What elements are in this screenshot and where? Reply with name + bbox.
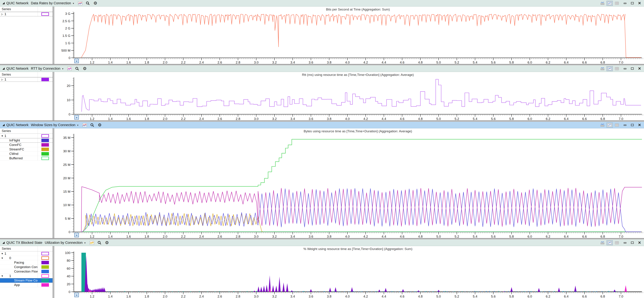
maximize-panel-button[interactable]: [629, 240, 636, 245]
view-chart-only-button[interactable]: [606, 1, 613, 6]
gear-icon[interactable]: ⚙: [82, 66, 88, 71]
expander-down-icon[interactable]: ▼: [0, 257, 4, 259]
search-icon[interactable]: [90, 122, 95, 128]
panel-splitter[interactable]: [0, 64, 644, 65]
gear-icon[interactable]: ⚙: [92, 1, 98, 6]
expander-down-icon[interactable]: ▼: [0, 275, 4, 277]
legend-splitter[interactable]: [52, 128, 54, 238]
legend-row-streamfc[interactable]: StreamFC: [0, 147, 52, 152]
svg-text:5.4: 5.4: [473, 294, 478, 298]
view-chart-only-button[interactable]: [606, 123, 613, 127]
legend-row-1[interactable]: ▼1: [0, 274, 52, 278]
expand-axis-button[interactable]: »: [74, 293, 79, 297]
view-table-only-button[interactable]: [614, 240, 620, 245]
svg-text:7.0: 7.0: [619, 61, 623, 64]
expander-down-icon[interactable]: ▼: [0, 252, 4, 255]
search-icon[interactable]: [85, 1, 90, 6]
legend-row-inflight[interactable]: InFlight: [0, 138, 52, 143]
legend-row-bufferred[interactable]: Bufferred: [0, 156, 52, 161]
view-chart-and-table-button[interactable]: [599, 66, 606, 71]
chart-svg[interactable]: 0500 M1 G1.5 G2 G2.5 G3 G1.21.41.61.82.0…: [54, 11, 644, 64]
minimize-panel-button[interactable]: [622, 123, 628, 127]
chart-thumbnail-icon[interactable]: [82, 122, 88, 128]
panel-header: QUIC Network Data Rates by Connection ▼ …: [0, 0, 644, 7]
search-icon[interactable]: [97, 240, 102, 245]
view-preset-dropdown[interactable]: Utilization by Connection: [45, 241, 82, 245]
legend-row-pacing[interactable]: Pacing: [0, 260, 52, 265]
chart-canvas[interactable]: 010201.21.41.61.82.02.22.42.62.83.03.23.…: [54, 76, 644, 120]
svg-text:40: 40: [67, 274, 70, 278]
minimize-panel-button[interactable]: [622, 240, 628, 245]
maximize-panel-button[interactable]: [629, 1, 636, 6]
legend-row-stream-flow-control[interactable]: Stream Flow Control: [0, 278, 52, 283]
expander-right-icon[interactable]: ▷: [0, 78, 4, 81]
chevron-down-icon[interactable]: ▼: [84, 242, 86, 244]
view-preset-dropdown[interactable]: Window Sizes by Connection: [31, 123, 76, 127]
minimize-panel-button[interactable]: [622, 66, 628, 71]
legend-splitter[interactable]: [52, 246, 54, 298]
svg-text:5.6: 5.6: [491, 294, 496, 298]
chevron-down-icon[interactable]: ▼: [72, 2, 74, 5]
svg-text:2.2: 2.2: [181, 117, 186, 120]
maximize-panel-button[interactable]: [629, 66, 636, 71]
legend-column-header[interactable]: Series: [0, 246, 52, 251]
chart-svg[interactable]: 0204060801001.21.41.61.82.02.22.42.62.83…: [54, 250, 644, 298]
chart-thumbnail-icon[interactable]: [78, 1, 83, 6]
panel-splitter[interactable]: [0, 238, 644, 239]
close-panel-button[interactable]: ✕: [636, 240, 643, 245]
view-chart-and-table-button[interactable]: [599, 123, 606, 127]
close-panel-button[interactable]: ✕: [636, 66, 643, 71]
legend-column-header[interactable]: Series: [0, 128, 52, 134]
expand-axis-button[interactable]: »: [74, 115, 79, 120]
legend-row-connfc[interactable]: ConnFC: [0, 143, 52, 147]
collapse-panel-icon[interactable]: [2, 67, 5, 70]
expand-axis-button[interactable]: »: [74, 59, 79, 63]
maximize-panel-button[interactable]: [629, 123, 636, 127]
legend-splitter[interactable]: [52, 72, 54, 120]
close-panel-button[interactable]: ✕: [636, 123, 643, 127]
chevron-down-icon[interactable]: ▼: [62, 68, 64, 70]
view-table-only-button[interactable]: [614, 66, 620, 71]
collapse-panel-icon[interactable]: [2, 242, 5, 244]
legend-row-1[interactable]: ▷1: [0, 12, 52, 16]
expander-right-icon[interactable]: ▷: [0, 13, 4, 16]
svg-text:0: 0: [68, 230, 70, 234]
legend-row-1[interactable]: ▼1: [0, 251, 52, 256]
legend-splitter[interactable]: [52, 7, 54, 64]
gear-icon[interactable]: ⚙: [97, 122, 102, 128]
collapse-panel-icon[interactable]: [2, 2, 5, 4]
chart-thumbnail-icon[interactable]: [89, 240, 95, 245]
chevron-down-icon[interactable]: ▼: [77, 124, 79, 126]
close-panel-button[interactable]: ✕: [636, 1, 643, 6]
legend-row-connection-flow-co-[interactable]: Connection Flow Co...: [0, 269, 52, 274]
view-chart-and-table-button[interactable]: [599, 240, 606, 245]
chart-canvas[interactable]: 0500 M1 G1.5 G2 G2.5 G3 G1.21.41.61.82.0…: [54, 11, 644, 64]
legend-column-header[interactable]: Series: [0, 72, 52, 77]
chart-canvas[interactable]: 0204060801001.21.41.61.82.02.22.42.62.83…: [54, 250, 644, 298]
legend-row-app[interactable]: App: [0, 283, 52, 287]
legend-row-congestion-control[interactable]: Congestion Control: [0, 265, 52, 269]
legend-row-0[interactable]: ▼0: [0, 256, 52, 260]
view-preset-dropdown[interactable]: RTT by Connection: [31, 67, 60, 71]
chart-thumbnail-icon[interactable]: [67, 66, 72, 71]
gear-icon[interactable]: ⚙: [104, 240, 110, 245]
view-preset-dropdown[interactable]: Data Rates by Connection: [31, 1, 71, 5]
minimize-panel-button[interactable]: [622, 1, 628, 6]
view-chart-only-button[interactable]: [606, 240, 613, 245]
chart-svg[interactable]: 010201.21.41.61.82.02.22.42.62.83.03.23.…: [54, 76, 644, 120]
legend-row-cwnd[interactable]: CWnd: [0, 152, 52, 156]
view-table-only-button[interactable]: [614, 1, 620, 6]
view-chart-only-button[interactable]: [606, 66, 613, 71]
legend-row-1[interactable]: ▼1: [0, 134, 52, 138]
collapse-panel-icon[interactable]: [2, 124, 5, 126]
expander-down-icon[interactable]: ▼: [0, 134, 4, 137]
search-icon[interactable]: [74, 66, 80, 71]
legend-row-1[interactable]: ▷1: [0, 77, 52, 82]
view-table-only-button[interactable]: [614, 123, 620, 127]
panel-splitter[interactable]: [0, 120, 644, 122]
chart-canvas[interactable]: 05 M10 M15 M20 M25 M30 M35 M1.21.41.61.8…: [54, 133, 644, 238]
expand-axis-button[interactable]: »: [74, 233, 79, 237]
legend-column-header[interactable]: Series: [0, 7, 52, 12]
chart-svg[interactable]: 05 M10 M15 M20 M25 M30 M35 M1.21.41.61.8…: [54, 133, 644, 238]
view-chart-and-table-button[interactable]: [599, 1, 606, 6]
